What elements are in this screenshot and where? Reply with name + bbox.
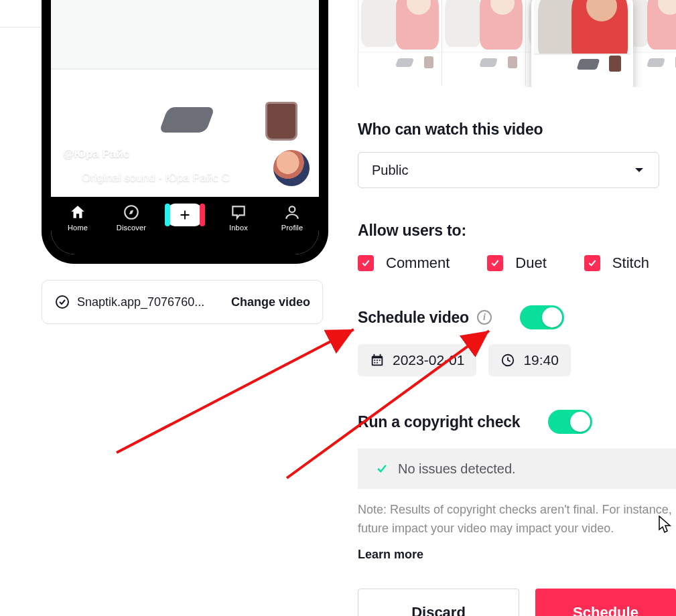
checkbox-comment[interactable]: Comment	[358, 254, 450, 272]
schedule-toggle[interactable]	[520, 305, 564, 329]
compass-icon	[123, 204, 140, 221]
copyright-heading-row: Run a copyright check	[358, 410, 676, 434]
svg-rect-9	[377, 360, 378, 361]
music-note-icon	[63, 172, 75, 184]
phone-preview: @Юра Райс Original sound - Юра Райс С Ho…	[42, 0, 328, 264]
copyright-heading: Run a copyright check	[358, 413, 520, 431]
schedule-date: 2023-02-01	[393, 352, 464, 368]
privacy-selected: Public	[372, 163, 408, 178]
check-icon	[375, 462, 389, 475]
svg-point-4	[289, 206, 295, 212]
info-icon[interactable]: i	[477, 310, 492, 325]
svg-rect-10	[379, 360, 381, 361]
checkbox-label: Duet	[515, 254, 546, 272]
privacy-select[interactable]: Public	[358, 152, 659, 188]
svg-rect-11	[374, 362, 375, 364]
checkbox-label: Stitch	[612, 254, 649, 272]
author-handle: @Юра Райс	[63, 147, 129, 161]
svg-rect-7	[373, 358, 382, 364]
privacy-heading: Who can watch this video	[358, 121, 676, 139]
tab-home: Home	[56, 204, 99, 232]
copyright-status-text: No issues detected.	[398, 461, 516, 477]
checkbox-icon	[358, 255, 374, 271]
profile-icon	[283, 204, 301, 221]
checkbox-icon	[487, 255, 503, 271]
schedule-button[interactable]: Schedule	[535, 589, 676, 616]
allow-heading: Allow users to:	[358, 222, 676, 240]
sound-text: Original sound - Юра Райс С	[82, 171, 230, 185]
schedule-heading: Schedule video	[358, 309, 469, 327]
checkbox-label: Comment	[386, 254, 450, 272]
svg-rect-14	[380, 354, 381, 358]
svg-rect-13	[374, 354, 375, 358]
svg-line-16	[117, 329, 354, 453]
schedule-time-chip[interactable]: 19:40	[488, 344, 571, 376]
tab-inbox: Inbox	[217, 204, 260, 232]
svg-rect-8	[374, 360, 375, 361]
plus-icon	[178, 208, 192, 222]
tab-create	[163, 204, 206, 226]
sound-avatar	[273, 150, 310, 186]
file-bar: Snaptik.app_7076760... Change video	[42, 280, 323, 324]
top-divider	[0, 27, 42, 27]
cover-frame-strip[interactable]	[358, 0, 676, 87]
video-thumbnail: @Юра Райс Original sound - Юра Райс С	[51, 0, 319, 197]
cover-frame-picker[interactable]	[531, 0, 633, 87]
copyright-status: No issues detected.	[358, 449, 676, 489]
checkbox-stitch[interactable]: Stitch	[584, 254, 649, 272]
schedule-heading-row: Schedule video i	[358, 305, 676, 329]
svg-rect-12	[377, 362, 378, 364]
phone-tabbar: Home Discover Inbox Profile	[51, 197, 319, 254]
copyright-toggle[interactable]	[548, 410, 592, 434]
clock-icon	[500, 353, 515, 368]
phone-screen: @Юра Райс Original sound - Юра Райс С Ho…	[51, 0, 319, 254]
check-circle-icon	[54, 294, 70, 310]
home-icon	[69, 204, 86, 221]
mouse-cursor-icon	[658, 516, 673, 534]
tab-profile: Profile	[271, 204, 314, 232]
schedule-date-chip[interactable]: 2023-02-01	[358, 344, 476, 376]
chevron-down-icon	[633, 164, 645, 176]
checkbox-icon	[584, 255, 600, 271]
svg-point-5	[56, 296, 68, 308]
sound-label: Original sound - Юра Райс С	[63, 171, 230, 185]
learn-more-link[interactable]: Learn more	[358, 548, 676, 562]
change-video-button[interactable]: Change video	[231, 295, 310, 309]
discard-button[interactable]: Discard	[358, 589, 519, 616]
file-name: Snaptik.app_7076760...	[77, 295, 231, 309]
calendar-icon	[370, 353, 385, 368]
checkbox-duet[interactable]: Duet	[487, 254, 546, 272]
schedule-time: 19:40	[523, 352, 559, 368]
copyright-note: Note: Results of copyright checks aren't…	[358, 501, 676, 538]
create-button	[168, 204, 202, 226]
inbox-icon	[230, 204, 247, 221]
tab-discover: Discover	[110, 204, 153, 232]
